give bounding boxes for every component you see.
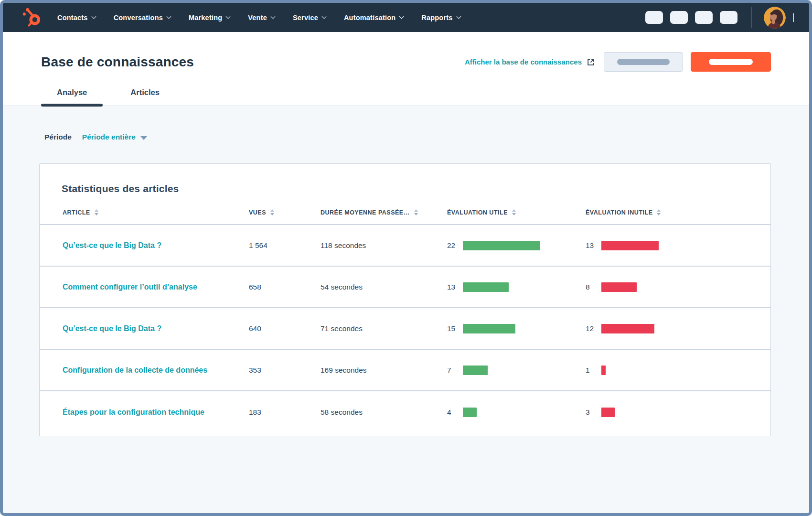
unhelpful-rating-cell: 13	[586, 241, 770, 250]
nav-item-automatisation[interactable]: Automatisation	[344, 14, 403, 22]
column-header-1: ARTICLE	[63, 209, 249, 216]
column-header-label: DURÉE MOYENNE PASSÉE…	[321, 209, 410, 216]
nav-right-section	[645, 7, 794, 29]
tab-analyse[interactable]: Analyse	[41, 88, 103, 106]
card-title: Statistiques des articles	[40, 164, 770, 194]
secondary-button-redacted[interactable]	[604, 52, 683, 72]
chevron-down-icon	[91, 14, 96, 19]
nav-icon-placeholder[interactable]	[670, 11, 688, 24]
article-cell: Comment configurer l’outil d’analyse	[63, 283, 249, 291]
nav-item-label: Conversations	[114, 14, 163, 22]
nav-item-marketing[interactable]: Marketing	[189, 14, 230, 22]
app-window: ContactsConversationsMarketingVenteServi…	[0, 0, 812, 516]
helpful-count: 4	[447, 408, 459, 417]
article-link[interactable]: Configuration de la collecte de données	[63, 366, 207, 374]
period-select-dropdown[interactable]: Période entière	[82, 133, 147, 141]
helpful-count: 7	[447, 366, 459, 375]
article-link[interactable]: Qu’est-ce que le Big Data ?	[63, 324, 161, 333]
unhelpful-count: 13	[586, 241, 598, 250]
helpful-count: 13	[447, 283, 459, 291]
unhelpful-rating-cell: 8	[586, 282, 770, 292]
helpful-bar	[463, 324, 515, 333]
unhelpful-bar	[601, 408, 615, 417]
chevron-down-icon	[399, 14, 404, 19]
chevron-down-icon	[322, 14, 327, 19]
table-row: Qu’est-ce que le Big Data ?64071 seconde…	[40, 308, 770, 350]
nav-item-vente[interactable]: Vente	[248, 14, 275, 22]
avg-time-cell: 58 secondes	[321, 408, 447, 417]
nav-item-label: Marketing	[189, 14, 222, 22]
nav-item-label: Automatisation	[344, 14, 395, 22]
table-header-row: ARTICLEVUESDURÉE MOYENNE PASSÉE…ÉVALUATI…	[40, 209, 770, 225]
page-header: Base de connaissances Afficher la base d…	[3, 32, 809, 106]
views-cell: 658	[249, 283, 321, 291]
dropdown-caret-icon	[140, 136, 147, 140]
avg-time-cell: 169 secondes	[321, 366, 447, 375]
helpful-rating-cell: 22	[447, 241, 586, 250]
nav-icon-placeholder[interactable]	[645, 11, 663, 24]
article-cell: Qu’est-ce que le Big Data ?	[63, 324, 249, 333]
helpful-rating-cell: 7	[447, 366, 586, 375]
sort-icon[interactable]	[512, 209, 516, 216]
helpful-bar	[463, 282, 509, 292]
article-link[interactable]: Qu’est-ce que le Big Data ?	[63, 241, 161, 249]
period-filter-row: Période Période entière	[44, 133, 809, 141]
view-knowledge-base-link[interactable]: Afficher la base de connaissances	[465, 58, 595, 66]
nav-item-label: Service	[293, 14, 318, 22]
article-cell: Étapes pour la configuration technique	[63, 408, 249, 417]
unhelpful-count: 8	[586, 283, 598, 291]
article-link[interactable]: Étapes pour la configuration technique	[63, 408, 204, 416]
nav-item-conversations[interactable]: Conversations	[114, 14, 171, 22]
user-avatar[interactable]	[764, 7, 786, 29]
views-cell: 183	[249, 408, 321, 417]
header-actions: Afficher la base de connaissances	[465, 52, 771, 72]
article-cell: Configuration de la collecte de données	[63, 366, 249, 375]
button-label-placeholder	[617, 59, 670, 65]
nav-item-label: Rapports	[421, 14, 452, 22]
helpful-count: 22	[447, 241, 459, 250]
tab-label: Articles	[130, 88, 160, 97]
column-header-3: DURÉE MOYENNE PASSÉE…	[321, 209, 447, 216]
unhelpful-rating-cell: 1	[586, 366, 770, 375]
column-header-label: ÉVALUATION UTILE	[447, 209, 508, 216]
main-content: Période Période entière Statistiques des…	[3, 106, 809, 513]
nav-item-rapports[interactable]: Rapports	[421, 14, 460, 22]
unhelpful-bar	[601, 324, 654, 333]
account-chevron-down-icon[interactable]	[793, 13, 794, 22]
sort-icon[interactable]	[414, 209, 418, 216]
avg-time-cell: 71 secondes	[321, 324, 447, 333]
chevron-down-icon	[456, 14, 461, 19]
table-row: Configuration de la collecte de données3…	[40, 350, 770, 391]
nav-icon-placeholder[interactable]	[720, 11, 737, 24]
unhelpful-bar	[601, 366, 606, 375]
chevron-down-icon	[226, 14, 231, 19]
helpful-rating-cell: 4	[447, 408, 586, 417]
top-navigation-bar: ContactsConversationsMarketingVenteServi…	[3, 3, 809, 32]
helpful-bar	[463, 366, 488, 375]
tab-articles[interactable]: Articles	[130, 88, 160, 106]
column-header-5: ÉVALUATION INUTILE	[586, 209, 770, 216]
views-cell: 353	[249, 366, 321, 375]
table-row: Comment configurer l’outil d’analyse6585…	[40, 267, 770, 308]
helpful-rating-cell: 13	[447, 282, 586, 292]
period-select-value: Période entière	[82, 133, 136, 141]
avg-time-cell: 54 secondes	[321, 283, 447, 291]
nav-item-service[interactable]: Service	[293, 14, 326, 22]
nav-icon-placeholder[interactable]	[695, 11, 713, 24]
helpful-bar	[463, 241, 540, 250]
sort-icon[interactable]	[270, 209, 275, 216]
hubspot-sprocket-logo-icon[interactable]	[22, 7, 43, 28]
tab-bar: AnalyseArticles	[3, 72, 809, 106]
external-link-icon	[587, 58, 595, 66]
primary-button-redacted[interactable]	[691, 52, 771, 72]
unhelpful-count: 3	[586, 408, 598, 417]
sort-icon[interactable]	[94, 209, 99, 216]
column-header-label: ARTICLE	[63, 209, 90, 216]
period-label: Période	[44, 133, 72, 141]
column-header-label: VUES	[249, 209, 266, 216]
views-cell: 640	[249, 324, 321, 333]
column-header-2: VUES	[249, 209, 321, 216]
sort-icon[interactable]	[656, 209, 661, 216]
nav-item-contacts[interactable]: Contacts	[57, 14, 96, 22]
article-link[interactable]: Comment configurer l’outil d’analyse	[63, 283, 197, 291]
